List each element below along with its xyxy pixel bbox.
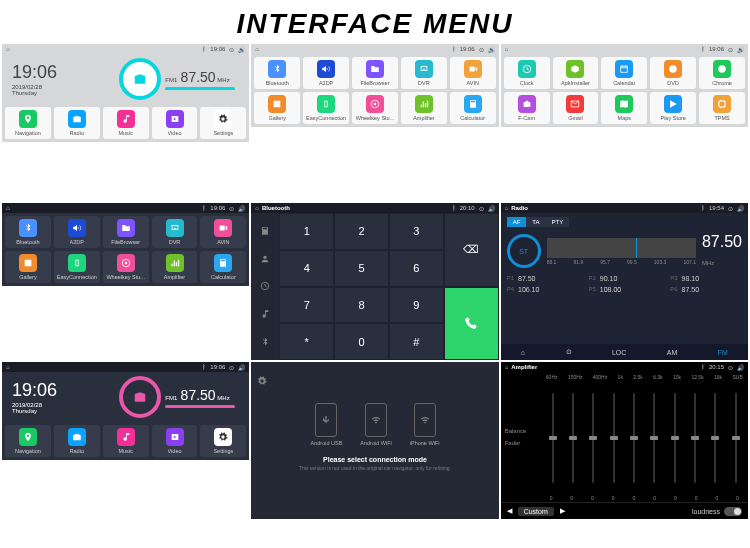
app-clock[interactable]: Clock bbox=[504, 57, 550, 89]
app-gmail[interactable]: Gmail bbox=[553, 92, 599, 124]
eq-slider-5[interactable] bbox=[653, 393, 655, 483]
app-apkinstaller[interactable]: ApkInstaller bbox=[553, 57, 599, 89]
app-filebrowser[interactable]: FileBrowser bbox=[352, 57, 398, 89]
app-a2dp[interactable]: A2DP bbox=[303, 57, 349, 89]
dialkey-8[interactable]: 8 bbox=[334, 287, 389, 324]
eq-slider-1[interactable] bbox=[572, 393, 574, 483]
app-tpms[interactable]: TPMS bbox=[699, 92, 745, 124]
app-f-cam[interactable]: F-Cam bbox=[504, 92, 550, 124]
radio-tab-af[interactable]: AF bbox=[507, 217, 527, 227]
app-navigation[interactable]: Navigation bbox=[5, 107, 51, 139]
home-icon[interactable]: ⌂ bbox=[6, 364, 10, 370]
eq-slider-9[interactable] bbox=[735, 393, 737, 483]
dialkey-9[interactable]: 9 bbox=[389, 287, 444, 324]
app-settings[interactable]: Settings bbox=[200, 107, 246, 139]
eq-slider-0[interactable] bbox=[552, 393, 554, 483]
preset-p1[interactable]: P187.50 bbox=[507, 275, 579, 282]
app-dvr[interactable]: DVR bbox=[401, 57, 447, 89]
eq-slider-6[interactable] bbox=[674, 393, 676, 483]
app-calculator[interactable]: Calculator bbox=[450, 92, 496, 124]
dialkey-0[interactable]: 0 bbox=[334, 323, 389, 360]
app-bluetooth[interactable]: Bluetooth bbox=[254, 57, 300, 89]
radio-widget[interactable]: FM1 87.50 MHz bbox=[109, 58, 245, 100]
preset-p2[interactable]: P290.10 bbox=[588, 275, 660, 282]
home-icon[interactable]: ⌂ bbox=[505, 364, 509, 370]
radio-tab-ta[interactable]: TA bbox=[526, 217, 545, 227]
contacts-icon[interactable] bbox=[258, 252, 272, 266]
conn-option-iphone-wifi[interactable]: iPhone WiFi bbox=[410, 403, 440, 446]
radio-bottom-0[interactable]: ⌂ bbox=[521, 349, 525, 356]
freq-scale[interactable] bbox=[547, 238, 696, 258]
app-navigation[interactable]: Navigation bbox=[5, 425, 51, 457]
home-icon[interactable]: ⌂ bbox=[505, 205, 509, 211]
music-icon[interactable] bbox=[258, 307, 272, 321]
bt-settings-icon[interactable] bbox=[258, 335, 272, 349]
dialkey-7[interactable]: 7 bbox=[279, 287, 334, 324]
dialkey-#[interactable]: # bbox=[389, 323, 444, 360]
preset-p3[interactable]: P398.10 bbox=[670, 275, 742, 282]
app-calculator[interactable]: Calculator bbox=[200, 251, 246, 283]
clock-widget[interactable]: 19:06 2019/02/28 Thursday bbox=[6, 376, 109, 418]
app-easyconnection[interactable]: EasyConnection bbox=[303, 92, 349, 124]
dialkey-1[interactable]: 1 bbox=[279, 213, 334, 250]
home-icon[interactable]: ⌂ bbox=[6, 205, 10, 211]
app-wheelkey-stu-[interactable]: Wheelkey Stu... bbox=[103, 251, 149, 283]
preset-p4[interactable]: P4106.10 bbox=[507, 286, 579, 293]
home-icon[interactable]: ⌂ bbox=[255, 46, 259, 52]
app-dvr[interactable]: DVR bbox=[152, 216, 198, 248]
call-button[interactable] bbox=[444, 287, 499, 361]
app-settings[interactable]: Settings bbox=[200, 425, 246, 457]
clock-widget[interactable]: 19:06 2019/02/28 Thursday bbox=[6, 58, 109, 100]
app-calendar[interactable]: Calendar bbox=[601, 57, 647, 89]
eq-slider-4[interactable] bbox=[633, 393, 635, 483]
home-icon[interactable]: ⌂ bbox=[6, 46, 10, 52]
app-music[interactable]: Music bbox=[103, 425, 149, 457]
app-amplifier[interactable]: Amplifier bbox=[152, 251, 198, 283]
loudness-toggle[interactable] bbox=[724, 507, 742, 516]
app-wheelkey-stu-[interactable]: Wheelkey Stu... bbox=[352, 92, 398, 124]
prev-icon[interactable]: ◀ bbox=[507, 507, 512, 516]
home-icon[interactable]: ⌂ bbox=[505, 46, 509, 52]
app-amplifier[interactable]: Amplifier bbox=[401, 92, 447, 124]
app-dvd[interactable]: DVD bbox=[650, 57, 696, 89]
dialkey-2[interactable]: 2 bbox=[334, 213, 389, 250]
radio-bottom-1[interactable]: ⊙ bbox=[566, 348, 572, 356]
eq-slider-7[interactable] bbox=[694, 393, 696, 483]
radio-tab-pty[interactable]: PTY bbox=[546, 217, 570, 227]
app-chrome[interactable]: Chrome bbox=[699, 57, 745, 89]
dialkey-4[interactable]: 4 bbox=[279, 250, 334, 287]
app-gallery[interactable]: Gallery bbox=[5, 251, 51, 283]
radio-bottom-3[interactable]: AM bbox=[667, 349, 678, 356]
app-play-store[interactable]: Play Store bbox=[650, 92, 696, 124]
app-radio[interactable]: Radio bbox=[54, 425, 100, 457]
radio-widget[interactable]: FM1 87.50 MHz bbox=[109, 376, 245, 418]
eq-slider-3[interactable] bbox=[613, 393, 615, 483]
dialkey-*[interactable]: * bbox=[279, 323, 334, 360]
dialkey-3[interactable]: 3 bbox=[389, 213, 444, 250]
balance-label[interactable]: Balance bbox=[505, 428, 537, 434]
radio-st-indicator[interactable]: ST bbox=[507, 234, 541, 268]
gear-icon[interactable] bbox=[257, 376, 267, 387]
app-video[interactable]: Video bbox=[152, 425, 198, 457]
fader-label[interactable]: Fader bbox=[505, 440, 537, 446]
preset-p6[interactable]: P687.50 bbox=[670, 286, 742, 293]
app-avin[interactable]: AVIN bbox=[450, 57, 496, 89]
conn-option-android-usb[interactable]: Android USB bbox=[311, 403, 343, 446]
app-avin[interactable]: AVIN bbox=[200, 216, 246, 248]
app-gallery[interactable]: Gallery bbox=[254, 92, 300, 124]
app-maps[interactable]: Maps bbox=[601, 92, 647, 124]
app-radio[interactable]: Radio bbox=[54, 107, 100, 139]
app-easyconnection[interactable]: EasyConnection bbox=[54, 251, 100, 283]
dialkey-6[interactable]: 6 bbox=[389, 250, 444, 287]
app-music[interactable]: Music bbox=[103, 107, 149, 139]
eq-slider-2[interactable] bbox=[592, 393, 594, 483]
app-filebrowser[interactable]: FileBrowser bbox=[103, 216, 149, 248]
conn-option-android-wifi[interactable]: Android WiFi bbox=[360, 403, 391, 446]
app-a2dp[interactable]: A2DP bbox=[54, 216, 100, 248]
history-icon[interactable] bbox=[258, 279, 272, 293]
home-icon[interactable]: ⌂ bbox=[255, 205, 259, 211]
backspace-button[interactable]: ⌫ bbox=[444, 213, 499, 287]
preset-custom[interactable]: Custom bbox=[518, 507, 554, 516]
radio-bottom-4[interactable]: FM bbox=[718, 349, 728, 356]
dialpad-icon[interactable] bbox=[258, 224, 272, 238]
